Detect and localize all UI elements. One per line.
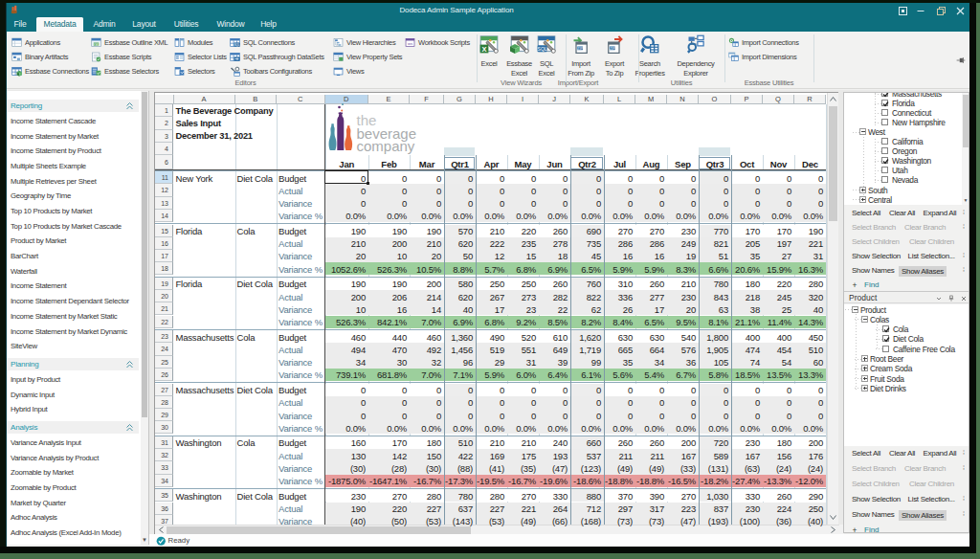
data-cell[interactable]: 0	[444, 186, 473, 196]
data-cell[interactable]: 0	[507, 411, 536, 421]
data-cell[interactable]: 40	[794, 304, 823, 315]
column-header-A[interactable]: A	[174, 95, 235, 104]
data-cell[interactable]: 211	[604, 451, 633, 461]
data-cell[interactable]: 34	[635, 357, 664, 368]
data-cell[interactable]: 0	[604, 186, 633, 196]
data-cell[interactable]: 6.7%	[667, 369, 696, 380]
scroll-right-button[interactable]	[828, 526, 837, 534]
data-cell[interactable]: 690	[570, 226, 601, 236]
row-header-23[interactable]: 23	[155, 330, 173, 343]
row-header-34[interactable]: 34	[155, 475, 173, 487]
data-cell[interactable]: 7.1%	[444, 369, 473, 380]
data-cell[interactable]: 270	[368, 491, 407, 502]
panel-button-select-all[interactable]: Select All	[852, 449, 880, 458]
button-overflow-icon[interactable]: ⁞	[963, 209, 965, 215]
data-cell[interactable]: 60	[794, 357, 823, 368]
find-plus-icon[interactable]: +	[853, 525, 858, 533]
data-cell[interactable]: -16.7%	[410, 476, 441, 486]
row-header-25[interactable]: 25	[155, 356, 173, 369]
data-cell[interactable]: 0	[763, 411, 791, 421]
data-cell[interactable]: 0	[507, 186, 536, 196]
collapse-section-icon[interactable]	[126, 102, 133, 110]
sidebar-view-item[interactable]: Input by Product	[7, 372, 139, 387]
data-cell[interactable]: 54	[763, 357, 791, 368]
panel-button-show-aliases[interactable]: Show Aliases	[899, 266, 947, 277]
data-cell[interactable]: 0	[635, 411, 664, 421]
data-cell[interactable]: 14	[410, 304, 441, 315]
sidebar-view-item[interactable]: Adhoc Analysis	[7, 510, 139, 525]
column-header-P[interactable]: P	[731, 95, 763, 104]
data-cell[interactable]: 1,456	[444, 345, 473, 355]
unchecked-checkbox[interactable]	[882, 346, 889, 352]
data-cell[interactable]: 206	[368, 292, 407, 302]
close-button[interactable]	[953, 4, 969, 16]
data-cell[interactable]: 526.3%	[325, 317, 367, 327]
pin-vertical-icon[interactable]	[947, 295, 955, 302]
data-cell[interactable]: 218	[731, 292, 760, 302]
sidebar-view-item[interactable]: Dynamic Input	[7, 388, 139, 402]
sidebar-scrollbar-thumb[interactable]	[142, 92, 147, 417]
data-cell[interactable]: 210	[476, 226, 504, 236]
data-cell[interactable]: 23	[507, 304, 536, 315]
data-cell[interactable]: 0	[410, 397, 441, 408]
data-cell[interactable]: 190	[368, 279, 407, 289]
panel-button-expand-all[interactable]: Expand All	[924, 209, 957, 217]
panel-button-list-selection[interactable]: List Selection...	[908, 252, 955, 260]
sidebar-view-item[interactable]: Variance Analysis by Product	[7, 451, 139, 465]
data-cell[interactable]: 0	[325, 198, 367, 209]
data-cell[interactable]: 35	[604, 357, 633, 368]
data-cell[interactable]: 0	[667, 186, 696, 196]
data-cell[interactable]: 0	[763, 397, 791, 408]
button-overflow-icon[interactable]: ⁞	[963, 266, 965, 273]
data-cell[interactable]: 0.0%	[794, 423, 823, 434]
data-cell[interactable]: (66)	[539, 516, 568, 526]
data-cell[interactable]: 18	[539, 251, 568, 261]
data-cell[interactable]: 190	[794, 226, 823, 236]
data-cell[interactable]: 0	[763, 173, 791, 184]
data-cell[interactable]: 230	[731, 437, 760, 448]
data-cell[interactable]: (47)	[667, 516, 696, 526]
data-cell[interactable]: 0	[699, 186, 728, 196]
find-plus-icon[interactable]: +	[853, 280, 858, 290]
row-header-20[interactable]: 20	[155, 290, 173, 302]
data-cell[interactable]: 0.0%	[444, 423, 473, 434]
data-cell[interactable]: 760	[570, 279, 601, 289]
data-cell[interactable]: 200	[325, 292, 367, 302]
data-cell[interactable]: 12	[476, 251, 504, 261]
sidebar-view-item[interactable]: Income Statement Cascade	[7, 114, 139, 128]
data-cell[interactable]: 526.3%	[368, 264, 407, 275]
data-cell[interactable]: 450	[794, 332, 823, 343]
panel-button-list-selection[interactable]: List Selection...	[908, 495, 955, 503]
data-cell[interactable]: 837	[699, 503, 728, 514]
data-cell[interactable]: 282	[539, 292, 568, 302]
data-cell[interactable]: 221	[794, 238, 823, 249]
data-cell[interactable]: 230	[325, 491, 367, 502]
data-cell[interactable]: 0	[635, 173, 664, 184]
data-cell[interactable]: 0	[539, 173, 568, 184]
data-cell[interactable]: 5.8%	[699, 369, 728, 380]
data-cell[interactable]: 39	[539, 357, 568, 368]
data-cell[interactable]: 267	[476, 292, 504, 302]
data-cell[interactable]: 20	[667, 304, 696, 315]
expand-node-icon[interactable]	[861, 375, 868, 382]
data-cell[interactable]: 400	[763, 332, 791, 343]
data-cell[interactable]: 0	[368, 173, 407, 184]
data-cell[interactable]: 0	[794, 397, 823, 408]
sheet-hscroll-thumb[interactable]	[167, 526, 471, 534]
tree-item-florida[interactable]: Florida	[844, 99, 969, 108]
data-cell[interactable]: 270	[667, 491, 696, 502]
row-header-31[interactable]: 31	[155, 436, 173, 449]
data-cell[interactable]: 10.5%	[410, 264, 441, 275]
data-cell[interactable]: 210	[507, 437, 536, 448]
data-cell[interactable]: 0.0%	[667, 423, 696, 434]
data-cell[interactable]: 537	[570, 451, 601, 461]
restore-button[interactable]	[933, 4, 948, 16]
data-cell[interactable]: 0.0%	[731, 211, 760, 221]
data-cell[interactable]: 422	[444, 451, 473, 461]
sidebar-section-header-analysis[interactable]: Analysis	[7, 421, 139, 434]
data-cell[interactable]: 156	[763, 451, 791, 461]
column-header-C[interactable]: C	[277, 95, 325, 104]
data-cell[interactable]: 34	[325, 357, 367, 368]
data-cell[interactable]: (168)	[570, 516, 601, 526]
data-cell[interactable]: 0	[635, 186, 664, 196]
